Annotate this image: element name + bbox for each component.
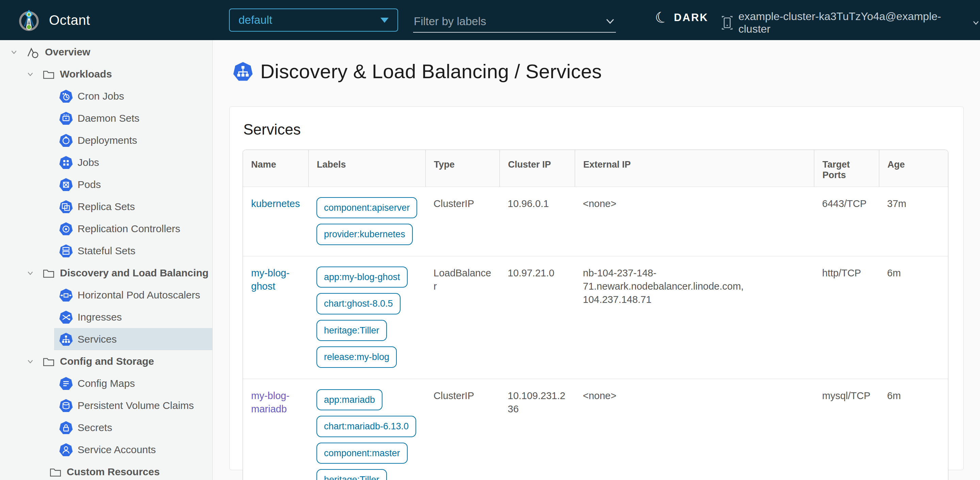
cell-name: kubernetes bbox=[243, 187, 308, 256]
sidebar-item-pods[interactable]: Pods bbox=[0, 173, 212, 195]
cell-labels: app:my-blog-ghostchart:ghost-8.0.5herita… bbox=[308, 256, 425, 379]
sidebar-item-workloads[interactable]: Workloads bbox=[0, 63, 212, 85]
table-row: my-blog-mariadbapp:mariadbchart:mariadb-… bbox=[243, 379, 948, 480]
cluster-context-menu[interactable]: example-cluster-ka3TuTzYo4a@example-clus… bbox=[721, 10, 980, 35]
sidebar-item-ingresses[interactable]: Ingresses bbox=[0, 306, 212, 328]
services-icon bbox=[233, 62, 253, 81]
services-table: NameLabelsTypeCluster IPExternal IPTarge… bbox=[243, 150, 948, 480]
label-pill[interactable]: heritage:Tiller bbox=[317, 320, 387, 341]
cell-age: 6m bbox=[879, 379, 947, 480]
secrets-icon bbox=[59, 421, 73, 434]
page-title-text: Discovery & Load Balancing / Services bbox=[260, 60, 602, 82]
config-maps-icon bbox=[59, 377, 73, 390]
sidebar-item-deployments[interactable]: Deployments bbox=[0, 129, 212, 151]
card-title: Services bbox=[243, 121, 950, 138]
label-filter bbox=[413, 11, 616, 33]
sidebar-item-stateful-sets[interactable]: Stateful Sets bbox=[0, 240, 212, 262]
chevron-down-icon[interactable] bbox=[25, 357, 35, 366]
chevron-down-icon[interactable] bbox=[605, 17, 616, 25]
sidebar-item-secrets[interactable]: Secrets bbox=[0, 417, 212, 439]
sidebar-item-label: Overview bbox=[45, 46, 90, 58]
chevron-down-icon[interactable] bbox=[25, 269, 35, 277]
cell-type: LoadBalancer bbox=[425, 256, 500, 379]
chevron-down-icon[interactable] bbox=[25, 70, 35, 79]
main-content: Discovery & Load Balancing / Services Se… bbox=[213, 40, 980, 480]
dark-theme-toggle[interactable]: ☾ DARK bbox=[655, 10, 708, 25]
service-link[interactable]: kubernetes bbox=[251, 198, 300, 209]
table-row: kubernetescomponent:apiserverprovider:ku… bbox=[243, 187, 948, 256]
folder-icon bbox=[42, 267, 55, 279]
sidebar-item-horizontal-pod-autoscalers[interactable]: Horizontal Pod Autoscalers bbox=[0, 284, 212, 306]
sidebar-item-config-maps[interactable]: Config Maps bbox=[0, 372, 212, 394]
octant-logo-icon bbox=[18, 9, 40, 31]
replication-controllers-icon bbox=[59, 222, 73, 236]
cron-jobs-icon bbox=[59, 89, 73, 103]
label-pill[interactable]: release:my-blog bbox=[317, 346, 397, 368]
ingresses-icon bbox=[59, 310, 73, 324]
sidebar-item-replica-sets[interactable]: Replica Sets bbox=[0, 195, 212, 217]
sidebar-item-label: Jobs bbox=[78, 157, 99, 168]
sidebar-item-label: Secrets bbox=[78, 422, 112, 433]
sidebar-item-label: Replication Controllers bbox=[78, 223, 180, 234]
sidebar-item-label: Config and Storage bbox=[60, 356, 154, 367]
label-pill[interactable]: chart:mariadb-6.13.0 bbox=[317, 416, 416, 437]
column-header-target-ports: Target Ports bbox=[814, 150, 879, 187]
sidebar-item-daemon-sets[interactable]: Daemon Sets bbox=[0, 107, 212, 129]
cell-labels: component:apiserverprovider:kubernetes bbox=[308, 187, 425, 256]
namespace-dropdown-value: default bbox=[239, 14, 272, 27]
deployments-icon bbox=[59, 134, 73, 147]
service-link[interactable]: my-blog-mariadb bbox=[251, 390, 290, 414]
sidebar-item-service-accounts[interactable]: Service Accounts bbox=[0, 439, 212, 461]
sidebar-item-overview[interactable]: Overview bbox=[0, 41, 212, 63]
hpa-icon bbox=[59, 288, 73, 302]
cell-target-ports: 6443/TCP bbox=[814, 187, 879, 256]
sidebar-item-persistent-volume-claims[interactable]: Persistent Volume Claims bbox=[0, 394, 212, 417]
label-pill[interactable]: component:apiserver bbox=[317, 197, 417, 218]
cell-target-ports: mysql/TCP bbox=[814, 379, 879, 480]
moon-icon: ☾ bbox=[653, 8, 670, 27]
stateful-sets-icon bbox=[59, 244, 73, 258]
label-filter-input[interactable] bbox=[413, 14, 592, 28]
sidebar-item-cron-jobs[interactable]: Cron Jobs bbox=[0, 85, 212, 107]
label-pill[interactable]: provider:kubernetes bbox=[317, 224, 413, 245]
sidebar-item-label: Discovery and Load Balancing bbox=[60, 267, 208, 279]
label-pill[interactable]: chart:ghost-8.0.5 bbox=[317, 293, 401, 314]
pods-icon bbox=[59, 178, 73, 192]
label-pill[interactable]: heritage:Tiller bbox=[317, 469, 387, 480]
service-link[interactable]: my-blog-ghost bbox=[251, 268, 290, 291]
column-header-name: Name bbox=[243, 150, 308, 187]
sidebar-item-label: Stateful Sets bbox=[78, 245, 135, 257]
sidebar-item-services[interactable]: Services bbox=[0, 328, 212, 350]
label-pill[interactable]: component:master bbox=[317, 443, 408, 464]
top-navbar: Octant default ☾ DARK example- bbox=[0, 0, 980, 40]
sidebar-item-discovery-and-load-balancing[interactable]: Discovery and Load Balancing bbox=[0, 262, 212, 284]
octant-app: Octant default ☾ DARK example- bbox=[0, 0, 980, 480]
table-header-row: NameLabelsTypeCluster IPExternal IPTarge… bbox=[243, 150, 948, 187]
sidebar-item-jobs[interactable]: Jobs bbox=[0, 151, 212, 173]
column-header-age: Age bbox=[879, 150, 947, 187]
sidebar-item-replication-controllers[interactable]: Replication Controllers bbox=[0, 217, 212, 240]
cell-type: ClusterIP bbox=[425, 187, 500, 256]
table-row: my-blog-ghostapp:my-blog-ghostchart:ghos… bbox=[243, 256, 948, 379]
sidebar-item-label: Cron Jobs bbox=[78, 90, 124, 102]
cell-target-ports: http/TCP bbox=[814, 256, 879, 379]
column-header-labels: Labels bbox=[308, 150, 425, 187]
daemon-sets-icon bbox=[59, 111, 73, 125]
label-pill[interactable]: app:mariadb bbox=[317, 389, 382, 410]
sidebar-item-config-and-storage[interactable]: Config and Storage bbox=[0, 350, 212, 372]
cell-labels: app:mariadbchart:mariadb-6.13.0component… bbox=[308, 379, 425, 480]
column-header-external-ip: External IP bbox=[575, 150, 814, 187]
sidebar-item-custom-resources[interactable]: Custom Resources bbox=[0, 461, 212, 480]
namespace-dropdown[interactable]: default bbox=[229, 8, 398, 32]
sidebar-item-label: Horizontal Pod Autoscalers bbox=[78, 289, 200, 301]
services-icon bbox=[59, 333, 73, 346]
cell-name: my-blog-mariadb bbox=[243, 379, 308, 480]
column-header-cluster-ip: Cluster IP bbox=[500, 150, 575, 187]
folder-icon bbox=[49, 466, 62, 478]
cell-external-ip: nb-104-237-148-71.newark.nodebalancer.li… bbox=[575, 256, 814, 379]
label-pill[interactable]: app:my-blog-ghost bbox=[317, 266, 408, 288]
objects-icon bbox=[26, 45, 40, 59]
sidebar-item-label: Daemon Sets bbox=[78, 112, 140, 124]
sidebar-item-label: Services bbox=[78, 333, 117, 345]
chevron-down-icon[interactable] bbox=[9, 48, 19, 56]
